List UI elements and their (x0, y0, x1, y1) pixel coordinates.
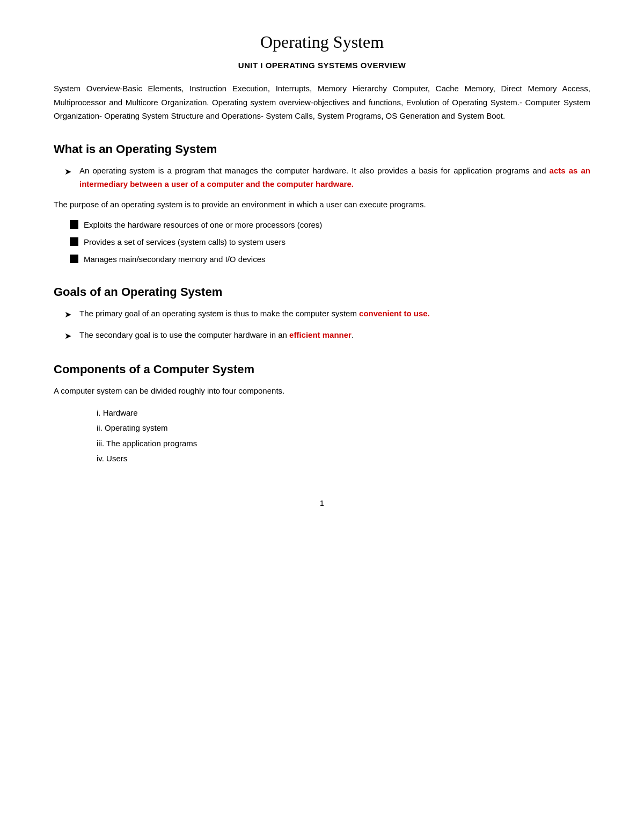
intro-paragraph: System Overview-Basic Elements, Instruct… (54, 82, 590, 123)
arrow-icon: ➤ (64, 329, 76, 343)
components-intro: A computer system can be divided roughly… (54, 384, 590, 398)
goal-2-prefix: The secondary goal is to use the compute… (79, 330, 289, 339)
os-definition-item: ➤ An operating system is a program that … (54, 164, 590, 191)
list-item: iv. Users (97, 451, 590, 467)
page-number: 1 (54, 499, 590, 507)
goal-1-red: convenient to use. (359, 309, 430, 318)
list-item: Provides a set of services (system calls… (70, 236, 590, 249)
bullet-text: Manages main/secondary memory and I/O de… (84, 253, 266, 266)
list-item: iii. The application programs (97, 436, 590, 452)
list-item: ii. Operating system (97, 420, 590, 436)
goal-2-red: efficient manner (289, 330, 352, 339)
list-item: Manages main/secondary memory and I/O de… (70, 253, 590, 266)
section-components-heading: Components of a Computer System (54, 362, 590, 376)
goal-1-item: ➤ The primary goal of an operating syste… (54, 307, 590, 322)
bullet-square-icon (70, 237, 78, 246)
page-title: Operating System (54, 32, 590, 52)
bullet-text: Exploits the hardware resources of one o… (84, 219, 322, 231)
goal-1-prefix: The primary goal of an operating system … (79, 309, 359, 318)
section-goals-heading: Goals of an Operating System (54, 285, 590, 299)
section-what-is-os-heading: What is an Operating System (54, 142, 590, 156)
purpose-paragraph: The purpose of an operating system is to… (54, 198, 590, 212)
os-features-list: Exploits the hardware resources of one o… (54, 219, 590, 266)
goal-1-text: The primary goal of an operating system … (79, 307, 590, 321)
os-definition-prefix: An operating system is a program that ma… (79, 166, 550, 175)
bullet-text: Provides a set of services (system calls… (84, 236, 286, 249)
bullet-square-icon (70, 220, 78, 229)
unit-heading: UNIT I OPERATING SYSTEMS OVERVIEW (54, 61, 590, 70)
list-item: Exploits the hardware resources of one o… (70, 219, 590, 231)
arrow-icon: ➤ (64, 164, 76, 179)
list-item: i. Hardware (97, 405, 590, 421)
bullet-square-icon (70, 255, 78, 263)
arrow-icon: ➤ (64, 307, 76, 322)
goal-2-text: The secondary goal is to use the compute… (79, 328, 590, 342)
os-definition-text: An operating system is a program that ma… (79, 164, 590, 191)
goal-2-item: ➤ The secondary goal is to use the compu… (54, 328, 590, 343)
components-list: i. Hardware ii. Operating system iii. Th… (54, 405, 590, 467)
goal-2-suffix: . (352, 330, 354, 339)
